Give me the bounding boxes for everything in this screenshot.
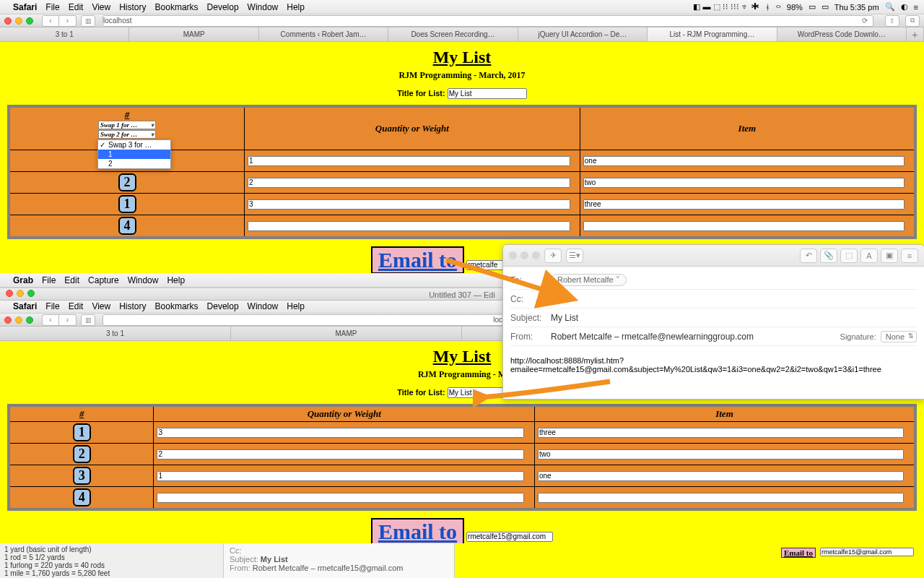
menu-file[interactable]: File	[45, 301, 59, 311]
menu-edit[interactable]: Edit	[69, 301, 84, 311]
reload-icon[interactable]: ⟳	[860, 17, 873, 25]
signature-select[interactable]: None	[881, 331, 917, 342]
email-input-small[interactable]	[820, 548, 914, 556]
app-name[interactable]: Safari	[13, 2, 37, 12]
close-icon[interactable]	[4, 316, 12, 324]
tab-0[interactable]: 3 to 1	[0, 27, 129, 41]
dd-option-1[interactable]: 1	[98, 150, 170, 159]
row-number[interactable]: 1	[73, 423, 91, 441]
item-input[interactable]	[583, 178, 905, 188]
app-name[interactable]: Grab	[13, 275, 33, 285]
row-number[interactable]: 4	[118, 217, 136, 235]
tab-1[interactable]: MAMP	[231, 327, 462, 340]
back-button[interactable]: ‹	[42, 15, 59, 27]
row-number[interactable]: 1	[118, 195, 136, 213]
list-icon[interactable]: ≡	[901, 249, 918, 263]
forward-button[interactable]: ›	[59, 15, 77, 27]
bluetooth-icon[interactable]: ᚼ	[765, 3, 770, 12]
menu-window[interactable]: Window	[128, 275, 159, 285]
swap-select-2[interactable]: Swap 2 for …	[98, 130, 156, 139]
zoom-icon[interactable]	[27, 290, 35, 297]
tab-4[interactable]: jQuery UI Accordion – De…	[518, 27, 648, 41]
wifi-icon[interactable]: ⌔	[776, 3, 781, 12]
tab-0[interactable]: 3 to 1	[0, 327, 231, 340]
dd-current[interactable]: Swap 3 for …	[98, 140, 170, 150]
menu-help[interactable]: Help	[287, 301, 305, 311]
user-icon[interactable]: ◐	[901, 2, 908, 12]
row-number[interactable]: 3	[73, 467, 91, 485]
row-number[interactable]: 2	[118, 173, 136, 191]
close-icon[interactable]	[6, 290, 13, 297]
qw-input[interactable]	[248, 178, 570, 188]
menu-help[interactable]: Help	[287, 2, 305, 12]
menu-capture[interactable]: Capture	[88, 275, 119, 285]
app-name[interactable]: Safari	[13, 301, 37, 311]
menu-history[interactable]: History	[119, 301, 146, 311]
menu-file[interactable]: File	[45, 2, 59, 12]
swap-dropdown[interactable]: Swap 3 for … 1 2	[97, 139, 171, 169]
from-value[interactable]: Robert Metcalfe – rmetcalfe@newlearningg…	[551, 332, 754, 342]
email-button[interactable]: Email to	[371, 518, 464, 545]
menu-view[interactable]: View	[92, 2, 110, 12]
flag-icon[interactable]: ▭	[821, 2, 829, 12]
menu-develop[interactable]: Develop	[207, 2, 239, 12]
menu-bookmarks[interactable]: Bookmarks	[155, 2, 199, 12]
menubar-extra-icons[interactable]: ◧ ▬ ⬚ ⁝⁝ ⁝⁝⁝ ᯤ ✱	[693, 2, 759, 12]
minimize-icon[interactable]	[15, 17, 22, 25]
tabs-button[interactable]: ⧉	[905, 15, 920, 27]
format-icon[interactable]: ⬚	[840, 249, 858, 263]
item-input[interactable]	[538, 449, 904, 460]
menu-help[interactable]: Help	[167, 275, 185, 285]
dd-option-2[interactable]: 2	[98, 159, 170, 168]
item-input[interactable]	[583, 199, 905, 210]
swap-select-1[interactable]: Swap 1 for …	[98, 121, 156, 129]
menu-edit[interactable]: Edit	[69, 2, 84, 12]
minimize-icon[interactable]	[17, 290, 24, 297]
new-tab-button[interactable]: +	[907, 27, 924, 41]
reply-icon[interactable]: ↶	[800, 249, 817, 263]
minimize-icon[interactable]	[15, 316, 22, 324]
email-button-small[interactable]: Email to	[781, 548, 816, 558]
qw-input[interactable]	[248, 221, 570, 231]
menu-bookmarks[interactable]: Bookmarks	[155, 301, 199, 311]
qw-input[interactable]	[157, 471, 523, 481]
row-number[interactable]: 2	[73, 445, 91, 463]
qw-input[interactable]	[248, 156, 570, 166]
item-input[interactable]	[583, 221, 905, 231]
tab-1[interactable]: MAMP	[129, 27, 258, 41]
qw-input[interactable]	[157, 428, 523, 438]
grab-window-controls[interactable]	[6, 290, 35, 297]
sidebar-button[interactable]: ▥	[81, 314, 95, 326]
menu-window[interactable]: Window	[248, 2, 279, 12]
font-button[interactable]: A	[860, 249, 878, 263]
tab-6[interactable]: WordPress Code Downlo…	[777, 27, 907, 41]
menu-edit[interactable]: Edit	[64, 275, 79, 285]
menu-develop[interactable]: Develop	[207, 301, 239, 311]
share-button[interactable]: ⇪	[885, 15, 899, 27]
back-button[interactable]: ‹	[42, 314, 59, 326]
menu-file[interactable]: File	[42, 275, 56, 285]
close-icon[interactable]	[4, 17, 12, 25]
tab-5[interactable]: List - RJM Programming…	[648, 27, 777, 41]
menu-icon[interactable]: ≡	[914, 3, 918, 12]
menu-window[interactable]: Window	[248, 301, 279, 311]
menu-history[interactable]: History	[119, 2, 146, 12]
tab-2[interactable]: Comments ‹ Robert Jam…	[259, 27, 388, 41]
item-input[interactable]	[583, 156, 905, 166]
item-input[interactable]	[538, 471, 904, 481]
zoom-icon[interactable]	[26, 17, 33, 25]
zoom-icon[interactable]	[26, 316, 33, 324]
attach-icon[interactable]: 📎	[820, 249, 837, 263]
item-input[interactable]	[538, 493, 904, 503]
qw-input[interactable]	[248, 199, 570, 210]
title-for-input[interactable]	[448, 88, 527, 99]
tab-3[interactable]: Does Screen Recording…	[388, 27, 518, 41]
window-controls[interactable]	[4, 17, 33, 25]
item-input[interactable]	[538, 428, 904, 438]
row-number[interactable]: 4	[73, 488, 91, 506]
forward-button[interactable]: ›	[59, 314, 77, 326]
menu-view[interactable]: View	[92, 301, 110, 311]
email-input[interactable]	[466, 532, 553, 542]
spotlight-icon[interactable]: 🔍	[885, 2, 895, 12]
address-bar[interactable]: localhost ⟳	[103, 15, 873, 27]
